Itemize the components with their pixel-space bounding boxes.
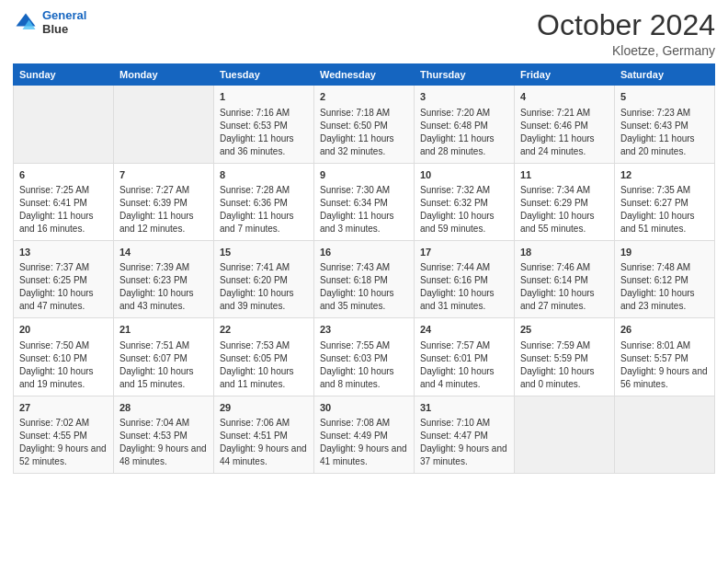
day-number: 17 — [420, 246, 508, 259]
header-day: Wednesday — [314, 64, 415, 86]
svg-marker-0 — [17, 13, 36, 26]
calendar-cell — [615, 396, 715, 473]
calendar-cell — [114, 86, 214, 163]
cell-content: Sunrise: 7:57 AM Sunset: 6:01 PM Dayligh… — [420, 339, 508, 391]
cell-content: Sunrise: 7:20 AM Sunset: 6:48 PM Dayligh… — [420, 107, 508, 158]
calendar-body: 1Sunrise: 7:16 AM Sunset: 6:53 PM Daylig… — [14, 86, 715, 474]
calendar-cell: 27Sunrise: 7:02 AM Sunset: 4:55 PM Dayli… — [14, 396, 114, 473]
cell-content: Sunrise: 7:06 AM Sunset: 4:51 PM Dayligh… — [220, 417, 308, 468]
calendar-header: SundayMondayTuesdayWednesdayThursdayFrid… — [14, 64, 715, 86]
day-number: 11 — [520, 168, 609, 182]
cell-content: Sunrise: 7:16 AM Sunset: 6:53 PM Dayligh… — [220, 107, 308, 158]
calendar-cell: 13Sunrise: 7:37 AM Sunset: 6:25 PM Dayli… — [14, 240, 114, 317]
calendar-cell: 28Sunrise: 7:04 AM Sunset: 4:53 PM Dayli… — [114, 396, 214, 473]
header-row: SundayMondayTuesdayWednesdayThursdayFrid… — [14, 64, 715, 86]
header-day: Friday — [515, 64, 615, 86]
day-number: 2 — [320, 90, 408, 104]
day-number: 18 — [520, 246, 609, 259]
calendar-cell: 31Sunrise: 7:10 AM Sunset: 4:47 PM Dayli… — [415, 396, 515, 473]
cell-content: Sunrise: 7:55 AM Sunset: 6:03 PM Dayligh… — [320, 339, 408, 391]
day-number: 31 — [420, 401, 508, 415]
logo-text: General Blue — [42, 9, 86, 37]
day-number: 30 — [320, 401, 408, 415]
calendar-cell: 26Sunrise: 8:01 AM Sunset: 5:57 PM Dayli… — [615, 318, 715, 396]
day-number: 9 — [320, 168, 408, 182]
cell-content: Sunrise: 7:28 AM Sunset: 6:36 PM Dayligh… — [220, 184, 308, 236]
day-number: 13 — [19, 246, 108, 259]
calendar-cell — [515, 396, 615, 473]
logo-icon — [13, 10, 39, 36]
cell-content: Sunrise: 7:34 AM Sunset: 6:29 PM Dayligh… — [520, 184, 609, 236]
cell-content: Sunrise: 7:51 AM Sunset: 6:07 PM Dayligh… — [119, 339, 208, 391]
day-number: 27 — [19, 401, 108, 415]
day-number: 5 — [620, 90, 709, 104]
day-number: 8 — [220, 168, 308, 182]
cell-content: Sunrise: 7:02 AM Sunset: 4:55 PM Dayligh… — [19, 417, 108, 468]
cell-content: Sunrise: 7:08 AM Sunset: 4:49 PM Dayligh… — [320, 417, 408, 468]
calendar-cell: 25Sunrise: 7:59 AM Sunset: 5:59 PM Dayli… — [515, 318, 615, 396]
calendar-week: 27Sunrise: 7:02 AM Sunset: 4:55 PM Dayli… — [14, 396, 715, 473]
calendar-cell: 29Sunrise: 7:06 AM Sunset: 4:51 PM Dayli… — [214, 396, 314, 473]
header-day: Saturday — [615, 64, 715, 86]
day-number: 7 — [119, 168, 208, 182]
calendar-cell: 23Sunrise: 7:55 AM Sunset: 6:03 PM Dayli… — [314, 318, 415, 396]
calendar-cell: 3Sunrise: 7:20 AM Sunset: 6:48 PM Daylig… — [415, 86, 515, 163]
cell-content: Sunrise: 7:21 AM Sunset: 6:46 PM Dayligh… — [520, 107, 609, 158]
calendar-cell: 4Sunrise: 7:21 AM Sunset: 6:46 PM Daylig… — [515, 86, 615, 163]
day-number: 15 — [220, 246, 308, 259]
day-number: 24 — [420, 323, 508, 337]
cell-content: Sunrise: 7:30 AM Sunset: 6:34 PM Dayligh… — [320, 184, 408, 236]
title-block: October 2024 Kloetze, Germany — [537, 9, 715, 58]
calendar-cell: 22Sunrise: 7:53 AM Sunset: 6:05 PM Dayli… — [214, 318, 314, 396]
day-number: 25 — [520, 323, 609, 337]
page: General Blue October 2024 Kloetze, Germa… — [0, 0, 728, 563]
cell-content: Sunrise: 7:37 AM Sunset: 6:25 PM Dayligh… — [19, 261, 108, 313]
day-number: 12 — [620, 168, 709, 182]
calendar-cell — [14, 86, 114, 163]
cell-content: Sunrise: 7:25 AM Sunset: 6:41 PM Dayligh… — [19, 184, 108, 236]
calendar-cell: 10Sunrise: 7:32 AM Sunset: 6:32 PM Dayli… — [415, 163, 515, 240]
header-day: Sunday — [14, 64, 114, 86]
logo-line1: General — [42, 9, 86, 23]
header: General Blue October 2024 Kloetze, Germa… — [13, 9, 715, 58]
location: Kloetze, Germany — [537, 43, 715, 58]
calendar-week: 6Sunrise: 7:25 AM Sunset: 6:41 PM Daylig… — [14, 163, 715, 240]
calendar-cell: 21Sunrise: 7:51 AM Sunset: 6:07 PM Dayli… — [114, 318, 214, 396]
calendar-cell: 17Sunrise: 7:44 AM Sunset: 6:16 PM Dayli… — [415, 240, 515, 317]
cell-content: Sunrise: 7:18 AM Sunset: 6:50 PM Dayligh… — [320, 107, 408, 158]
cell-content: Sunrise: 7:53 AM Sunset: 6:05 PM Dayligh… — [220, 339, 308, 391]
calendar-week: 1Sunrise: 7:16 AM Sunset: 6:53 PM Daylig… — [14, 86, 715, 163]
cell-content: Sunrise: 7:46 AM Sunset: 6:14 PM Dayligh… — [520, 261, 609, 313]
day-number: 20 — [19, 323, 108, 337]
calendar-cell: 16Sunrise: 7:43 AM Sunset: 6:18 PM Dayli… — [314, 240, 415, 317]
day-number: 26 — [620, 323, 709, 337]
cell-content: Sunrise: 7:04 AM Sunset: 4:53 PM Dayligh… — [119, 417, 208, 468]
day-number: 19 — [620, 246, 709, 259]
header-day: Monday — [114, 64, 214, 86]
calendar-cell: 9Sunrise: 7:30 AM Sunset: 6:34 PM Daylig… — [314, 163, 415, 240]
cell-content: Sunrise: 8:01 AM Sunset: 5:57 PM Dayligh… — [620, 339, 709, 391]
calendar-cell: 19Sunrise: 7:48 AM Sunset: 6:12 PM Dayli… — [615, 240, 715, 317]
day-number: 4 — [520, 90, 609, 104]
calendar-cell: 6Sunrise: 7:25 AM Sunset: 6:41 PM Daylig… — [14, 163, 114, 240]
calendar-week: 13Sunrise: 7:37 AM Sunset: 6:25 PM Dayli… — [14, 240, 715, 317]
cell-content: Sunrise: 7:43 AM Sunset: 6:18 PM Dayligh… — [320, 261, 408, 313]
day-number: 14 — [119, 246, 208, 259]
day-number: 22 — [220, 323, 308, 337]
cell-content: Sunrise: 7:44 AM Sunset: 6:16 PM Dayligh… — [420, 261, 508, 313]
day-number: 29 — [220, 401, 308, 415]
day-number: 28 — [119, 401, 208, 415]
day-number: 3 — [420, 90, 508, 104]
cell-content: Sunrise: 7:59 AM Sunset: 5:59 PM Dayligh… — [520, 339, 609, 391]
calendar-cell: 15Sunrise: 7:41 AM Sunset: 6:20 PM Dayli… — [214, 240, 314, 317]
cell-content: Sunrise: 7:23 AM Sunset: 6:43 PM Dayligh… — [620, 107, 709, 158]
cell-content: Sunrise: 7:39 AM Sunset: 6:23 PM Dayligh… — [119, 261, 208, 313]
day-number: 21 — [119, 323, 208, 337]
calendar-cell: 20Sunrise: 7:50 AM Sunset: 6:10 PM Dayli… — [14, 318, 114, 396]
calendar-cell: 24Sunrise: 7:57 AM Sunset: 6:01 PM Dayli… — [415, 318, 515, 396]
header-day: Thursday — [415, 64, 515, 86]
cell-content: Sunrise: 7:10 AM Sunset: 4:47 PM Dayligh… — [420, 417, 508, 468]
cell-content: Sunrise: 7:41 AM Sunset: 6:20 PM Dayligh… — [220, 261, 308, 313]
calendar-cell: 8Sunrise: 7:28 AM Sunset: 6:36 PM Daylig… — [214, 163, 314, 240]
cell-content: Sunrise: 7:50 AM Sunset: 6:10 PM Dayligh… — [19, 339, 108, 391]
